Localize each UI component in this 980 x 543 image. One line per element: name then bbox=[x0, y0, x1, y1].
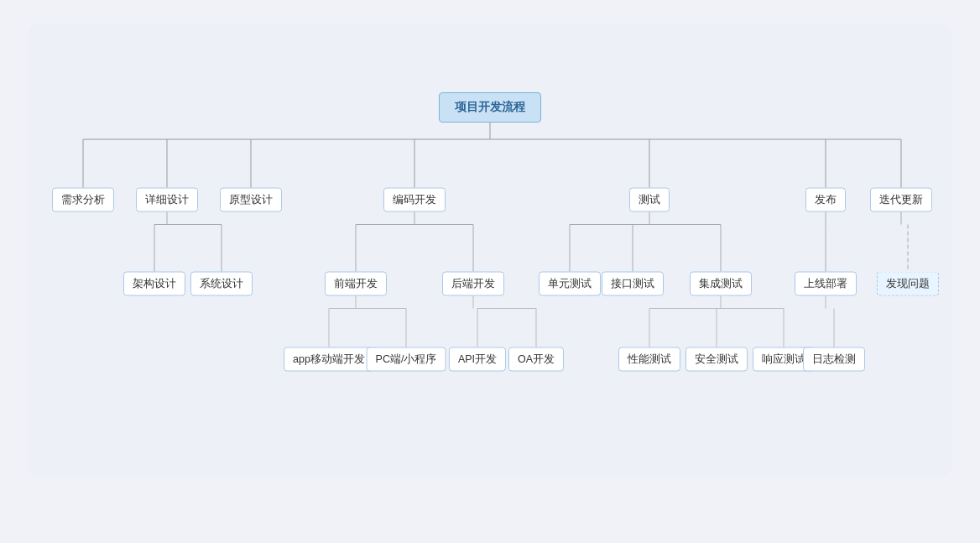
diagram-inner: 项目开发流程需求分析详细设计原型设计编码开发测试发布迭代更新架构设计系统设计前端… bbox=[37, 40, 943, 452]
node-bm: 编码开发 bbox=[383, 188, 446, 212]
node-hdfz: 后端开发 bbox=[442, 272, 504, 296]
node-xtsj: 系统设计 bbox=[190, 272, 253, 296]
node-dt: 迭代更新 bbox=[870, 188, 932, 212]
node-cs: 测试 bbox=[629, 188, 670, 212]
node-jccs: 集成测试 bbox=[690, 272, 752, 296]
node-pcduan: PC端/小程序 bbox=[367, 347, 446, 372]
node-sxbs: 上线部署 bbox=[795, 272, 857, 296]
node-root: 项目开发流程 bbox=[439, 92, 541, 123]
diagram-container: 项目开发流程需求分析详细设计原型设计编码开发测试发布迭代更新架构设计系统设计前端… bbox=[29, 23, 951, 477]
node-xncs: 性能测试 bbox=[618, 347, 680, 372]
node-oafz: OA开发 bbox=[508, 347, 564, 372]
node-appmobile: app移动端开发 bbox=[284, 347, 374, 372]
node-xj: 详细设计 bbox=[136, 188, 198, 212]
node-fxwt: 发现问题 bbox=[877, 272, 939, 296]
node-xq: 需求分析 bbox=[52, 188, 114, 212]
node-jkcs: 接口测试 bbox=[602, 272, 664, 296]
node-qdfz: 前端开发 bbox=[325, 272, 387, 296]
node-rzjc: 日志检测 bbox=[803, 347, 865, 372]
node-fb: 发布 bbox=[805, 188, 846, 212]
node-apifz: API开发 bbox=[449, 347, 506, 372]
node-aqcs: 安全测试 bbox=[685, 347, 748, 372]
node-dycs: 单元测试 bbox=[539, 272, 601, 296]
node-yx: 原型设计 bbox=[220, 188, 282, 212]
node-jgsj: 架构设计 bbox=[123, 272, 185, 296]
